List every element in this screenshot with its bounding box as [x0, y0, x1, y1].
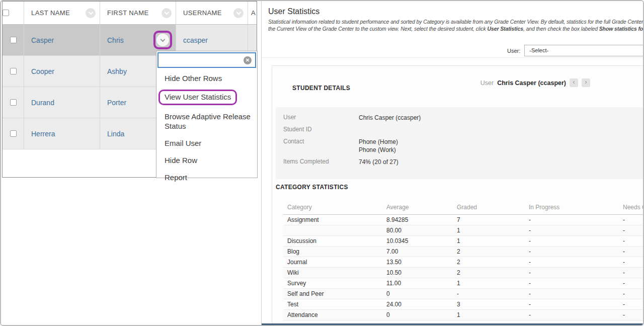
row-context-menu: ✕ Hide Other Rows View User Statistics B…: [156, 51, 258, 178]
needs-grading-cell: -: [619, 268, 643, 278]
column-header: Average: [382, 201, 453, 215]
page-description-line2: the Current View of the Grade Center to …: [268, 26, 643, 32]
column-header-username[interactable]: USERNAME: [176, 2, 248, 24]
graded-cell: -: [453, 289, 525, 299]
column-header-last-name[interactable]: LAST NAME: [24, 2, 100, 24]
category-table-row: Self and Peer 0 - - -: [283, 289, 643, 299]
user-select-dropdown[interactable]: -Select-: [524, 45, 643, 56]
average-cell: 24.00: [382, 299, 453, 310]
detail-label: Items Completed: [283, 158, 359, 166]
category-cell: Journal: [283, 257, 382, 268]
table-header-row: LAST NAME FIRST NAME USERNAME A: [3, 2, 257, 25]
chevron-down-icon[interactable]: [86, 8, 96, 18]
row-checkbox[interactable]: [10, 130, 17, 137]
menu-item-label: Hide Row: [165, 156, 197, 165]
chevron-down-icon[interactable]: [233, 8, 244, 18]
average-cell: 80.00: [382, 225, 453, 236]
needs-grading-cell: -: [619, 225, 643, 236]
column-header-first-name[interactable]: FIRST NAME: [100, 2, 176, 24]
previous-user-button[interactable]: ‹: [570, 78, 578, 87]
page-description-line1: Statistical information related to stude…: [268, 19, 643, 25]
category-cell: Self and Peer: [283, 289, 382, 299]
category-table-row: Survey 11.00 1 - -: [283, 278, 643, 289]
row-checkbox[interactable]: [10, 99, 17, 106]
last-name-link[interactable]: Herrera: [31, 130, 55, 138]
menu-item[interactable]: Browse Adaptive Release Status: [165, 112, 257, 131]
menu-item[interactable]: Hide Other Rows: [165, 73, 257, 83]
category-cell: Blog: [283, 247, 382, 257]
graded-cell: 1: [453, 310, 525, 320]
needs-grading-cell: -: [619, 289, 643, 299]
in-progress-cell: -: [525, 289, 619, 299]
detail-value: Phone (Home) Phone (Work): [359, 138, 398, 154]
menu-item[interactable]: Hide Row: [165, 155, 257, 165]
category-table-row: Blog 7.00 2 - -: [283, 247, 643, 257]
menu-item-list: Hide Other Rows View User Statistics Bro…: [156, 73, 257, 190]
user-statistics-pane: User Statistics Statistical information …: [262, 1, 643, 325]
menu-item-label: Browse Adaptive Release Status: [165, 112, 251, 130]
last-name-cell: Durand: [24, 87, 100, 118]
needs-grading-cell: -: [619, 236, 643, 247]
category-table-row: Journal 13.50 2 - -: [283, 257, 643, 268]
row-checkbox-cell: [3, 25, 24, 55]
menu-item[interactable]: Report: [165, 173, 257, 182]
average-cell: 10.0345: [382, 236, 453, 247]
menu-item-label: Report: [165, 173, 187, 182]
username-link[interactable]: ccasper: [183, 36, 208, 44]
category-table-header-row: Category Average Graded In Progress Need…: [283, 201, 643, 215]
needs-grading-cell: -: [619, 299, 643, 310]
row-checkbox-cell: [3, 56, 24, 87]
column-label: A: [251, 9, 256, 17]
category-cell: Test: [283, 299, 382, 310]
menu-item[interactable]: Email User: [165, 138, 257, 148]
detail-row: Contact Phone (Home) Phone (Work): [283, 138, 643, 154]
average-cell: 0: [382, 289, 453, 299]
first-name-link[interactable]: Chris: [107, 36, 124, 44]
select-all-checkbox[interactable]: [3, 10, 9, 16]
last-name-link[interactable]: Casper: [31, 36, 54, 44]
menu-item-label: Hide Other Rows: [165, 74, 222, 83]
needs-grading-cell: -: [619, 215, 643, 225]
next-user-button[interactable]: ›: [582, 78, 590, 87]
row-context-menu-button[interactable]: [153, 31, 172, 49]
student-details-heading: STUDENT DETAILS: [292, 85, 350, 92]
row-checkbox[interactable]: [10, 37, 17, 43]
in-progress-cell: -: [525, 310, 619, 320]
category-cell: Survey: [283, 278, 382, 289]
detail-value: 74% (20 of 27): [359, 158, 398, 166]
last-name-link[interactable]: Durand: [31, 99, 54, 107]
graded-cell: 1: [453, 278, 525, 289]
row-checkbox-cell: [3, 87, 24, 118]
detail-label: User: [283, 114, 359, 122]
detail-row: Student ID: [283, 126, 643, 134]
first-name-link[interactable]: Porter: [107, 99, 126, 107]
category-table-row: Test 24.00 3 - -: [283, 299, 643, 310]
graded-cell: 7: [453, 215, 525, 225]
column-header: In Progress: [525, 201, 619, 215]
category-cell: Wiki: [283, 268, 382, 278]
column-header: Graded: [453, 201, 525, 215]
in-progress-cell: -: [525, 225, 619, 236]
average-cell: 13.50: [382, 257, 453, 268]
last-name-cell: Cooper: [24, 56, 100, 87]
chevron-down-icon[interactable]: [162, 8, 172, 18]
graded-cell: 2: [453, 268, 525, 278]
screenshot-frame: LAST NAME FIRST NAME USERNAME A: [0, 0, 644, 326]
column-label: LAST NAME: [31, 9, 70, 17]
user-pager-label: User: [480, 79, 494, 87]
graded-cell: 3: [453, 299, 525, 310]
menu-search-input[interactable]: ✕: [157, 52, 256, 68]
page-title: User Statistics: [268, 7, 319, 16]
first-name-link[interactable]: Ashby: [107, 67, 127, 75]
clear-search-icon[interactable]: ✕: [244, 56, 252, 64]
category-cell: [283, 225, 382, 236]
row-checkbox[interactable]: [10, 68, 17, 74]
category-table-row: Attendance 0 1 - -: [283, 310, 643, 320]
column-header: Needs Grading: [619, 201, 643, 215]
menu-item[interactable]: View User Statistics: [165, 91, 257, 105]
last-name-link[interactable]: Cooper: [31, 67, 54, 75]
average-cell: 0: [382, 310, 453, 320]
first-name-link[interactable]: Linda: [107, 130, 124, 138]
in-progress-cell: -: [525, 236, 619, 247]
in-progress-cell: -: [525, 299, 619, 310]
